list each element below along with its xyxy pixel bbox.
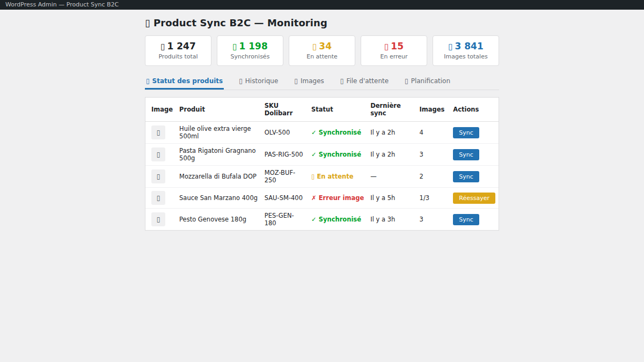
product-thumbnail: ▯ [151, 125, 165, 139]
stat-card-synchronises: ▯1 198 Synchronisés [217, 35, 283, 66]
retry-button[interactable]: Réessayer [453, 193, 495, 204]
admin-topbar-title: WordPress Admin — Product Sync B2C [5, 1, 119, 8]
tab-historique[interactable]: ▯Historique [238, 75, 279, 90]
product-sku: MOZ-BUF-250 [261, 166, 308, 188]
product-sku: PAS-RIG-500 [261, 144, 308, 166]
stat-card-en-attente: ▯34 En attente [289, 35, 355, 66]
image-count: 3 [416, 209, 450, 231]
stat-card-produits-total: ▯1 247 Produits total [145, 35, 211, 66]
column-header-produit: Produit [176, 98, 261, 122]
stat-label: Images totales [435, 53, 496, 60]
sync-button[interactable]: Sync [453, 171, 479, 182]
stat-value: 15 [391, 41, 404, 51]
stat-value: 1 247 [167, 41, 196, 51]
last-sync: — [367, 166, 416, 188]
tab-statut-des-produits[interactable]: ▯Statut des produits [145, 75, 224, 90]
stat-label: En erreur [363, 53, 425, 60]
image-count: 2 [416, 166, 450, 188]
page-title-text: Product Sync B2C — Monitoring [153, 17, 327, 28]
tab-planification[interactable]: ▯Planification [404, 75, 451, 90]
sync-icon: ▯ [145, 17, 150, 28]
chart-icon: ▯ [146, 77, 150, 85]
status-badge: ✓Synchronisé [311, 151, 361, 158]
check-icon: ✓ [311, 151, 317, 158]
tab-file-d-attente[interactable]: ▯File d'attente [339, 75, 390, 90]
sync-button[interactable]: Sync [453, 149, 479, 160]
product-thumbnail: ▯ [151, 191, 165, 205]
product-thumbnail: ▯ [151, 147, 165, 161]
package-icon: ▯ [160, 42, 165, 51]
product-sku: SAU-SM-400 [261, 188, 308, 209]
status-badge: ✗Erreur image [311, 194, 364, 202]
table-header-row: Image Produit SKU Dolibarr Statut Derniè… [145, 98, 499, 122]
product-name: Huile olive extra vierge 500ml [176, 122, 261, 144]
products-table: Image Produit SKU Dolibarr Statut Derniè… [145, 98, 499, 230]
hourglass-icon: ▯ [311, 173, 314, 180]
product-thumbnail: ▯ [151, 212, 165, 226]
table-row: ▯ Pesto Genovese 180g PES-GEN-180 ✓Synch… [145, 209, 499, 231]
tab-images[interactable]: ▯Images [293, 75, 325, 90]
image-icon: ▯ [448, 42, 452, 51]
content-area: ▯Product Sync B2C — Monitoring ▯1 247 Pr… [145, 10, 499, 231]
check-icon: ✓ [311, 129, 317, 136]
product-sku: OLV-500 [261, 122, 308, 144]
admin-topbar: WordPress Admin — Product Sync B2C [0, 0, 644, 10]
column-header-derniere-sync: Dernière sync [367, 98, 416, 122]
page-title: ▯Product Sync B2C — Monitoring [145, 17, 499, 28]
table-row: ▯ Sauce San Marzano 400g SAU-SM-400 ✗Err… [145, 188, 499, 209]
product-name: Pesto Genovese 180g [176, 209, 261, 231]
stat-label: Synchronisés [219, 53, 281, 60]
stat-card-images-totales: ▯3 841 Images totales [433, 35, 499, 66]
tab-bar: ▯Statut des produits ▯Historique ▯Images… [145, 75, 499, 90]
image-count: 4 [416, 122, 450, 144]
check-icon: ✓ [311, 216, 317, 223]
cross-icon: ✗ [311, 194, 317, 202]
stat-value: 3 841 [455, 41, 484, 51]
clock-icon: ▯ [239, 77, 243, 85]
last-sync: Il y a 5h [367, 188, 416, 209]
last-sync: Il y a 3h [367, 209, 416, 231]
product-thumbnail: ▯ [151, 169, 165, 183]
last-sync: Il y a 2h [367, 122, 416, 144]
stat-label: En attente [291, 53, 353, 60]
column-header-actions: Actions [450, 98, 499, 122]
product-sku: PES-GEN-180 [261, 209, 308, 231]
column-header-images: Images [416, 98, 450, 122]
column-header-sku: SKU Dolibarr [261, 98, 308, 122]
product-name: Pasta Rigatoni Gragnano 500g [176, 144, 261, 166]
stat-label: Produits total [148, 53, 209, 60]
stat-value: 1 198 [239, 41, 268, 51]
stat-value: 34 [319, 41, 332, 51]
column-header-image: Image [145, 98, 176, 122]
stat-card-en-erreur: ▯15 En erreur [361, 35, 427, 66]
queue-icon: ▯ [340, 77, 344, 85]
calendar-icon: ▯ [405, 77, 408, 85]
product-name: Sauce San Marzano 400g [176, 188, 261, 209]
stats-row: ▯1 247 Produits total ▯1 198 Synchronisé… [145, 35, 499, 66]
status-badge: ✓Synchronisé [311, 129, 361, 136]
table-row: ▯ Pasta Rigatoni Gragnano 500g PAS-RIG-5… [145, 144, 499, 166]
check-icon: ▯ [232, 42, 237, 51]
sync-button[interactable]: Sync [453, 127, 479, 138]
sync-button[interactable]: Sync [453, 214, 479, 225]
table-row: ▯ Mozzarella di Bufala DOP MOZ-BUF-250 ▯… [145, 166, 499, 188]
image-count: 3 [416, 144, 450, 166]
image-icon: ▯ [294, 77, 298, 85]
products-table-container: Image Produit SKU Dolibarr Statut Derniè… [145, 97, 499, 231]
image-count: 1/3 [416, 188, 450, 209]
product-name: Mozzarella di Bufala DOP [176, 166, 261, 188]
last-sync: Il y a 2h [367, 144, 416, 166]
column-header-statut: Statut [308, 98, 367, 122]
hourglass-icon: ▯ [312, 42, 317, 51]
error-icon: ▯ [384, 42, 389, 51]
table-row: ▯ Huile olive extra vierge 500ml OLV-500… [145, 122, 499, 144]
status-badge: ▯En attente [311, 173, 353, 180]
status-badge: ✓Synchronisé [311, 216, 361, 223]
